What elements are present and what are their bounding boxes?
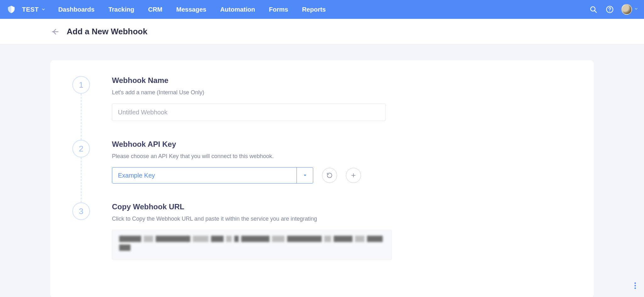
back-button[interactable] [50,27,60,36]
svg-point-3 [609,11,610,11]
page-header: Add a New Webhook [0,19,644,45]
step-badge-1: 1 [72,76,90,94]
svg-point-4 [635,283,636,284]
step-1: 1 Webhook Name Let's add a name (Interna… [72,76,572,140]
api-key-select-value: Example Key [112,168,297,183]
svg-line-1 [595,11,597,13]
svg-point-6 [635,288,636,289]
nav-forms[interactable]: Forms [269,6,288,13]
top-navbar: TEST Dashboards Tracking CRM Messages Au… [0,0,644,19]
content: 1 Webhook Name Let's add a name (Interna… [0,45,644,297]
svg-point-5 [635,285,636,287]
workspace-switcher[interactable]: TEST [22,6,46,13]
step-badge-2: 2 [72,140,90,157]
add-api-key-button[interactable] [346,168,361,183]
nav-automation[interactable]: Automation [220,6,255,13]
help-icon[interactable] [605,5,614,14]
api-key-select[interactable]: Example Key [112,167,313,184]
step-3: 3 Copy Webhook URL Click to Copy the Web… [72,202,572,279]
nav-crm[interactable]: CRM [148,6,163,13]
chevron-down-icon [634,7,638,12]
avatar [621,4,632,15]
chevron-down-icon [41,6,46,13]
page-title: Add a New Webhook [67,27,147,36]
step-1-desc: Let's add a name (Internal Use Only) [112,89,572,96]
step-2-title: Webhook API Key [112,140,572,149]
step-3-desc: Click to Copy the Webhook URL and paste … [112,216,572,222]
floating-menu-button[interactable] [631,281,640,290]
step-connector [81,157,81,206]
form-card: 1 Webhook Name Let's add a name (Interna… [50,60,594,297]
step-connector [81,94,81,143]
webhook-url-box[interactable] [112,230,392,260]
nav-right [589,4,638,15]
nav-dashboards[interactable]: Dashboards [58,6,95,13]
search-icon[interactable] [589,5,598,14]
step-2: 2 Webhook API Key Please choose an API K… [72,140,572,202]
nav-tracking[interactable]: Tracking [108,6,134,13]
step-2-desc: Please choose an API Key that you will c… [112,153,572,160]
account-menu[interactable] [621,4,638,15]
nav-messages[interactable]: Messages [176,6,207,13]
nav-reports[interactable]: Reports [302,6,326,13]
caret-down-icon [297,168,313,183]
nav-items: Dashboards Tracking CRM Messages Automat… [58,6,326,13]
workspace-name: TEST [22,6,39,13]
step-badge-3: 3 [72,202,90,220]
refresh-api-key-button[interactable] [322,168,337,183]
step-1-title: Webhook Name [112,76,572,85]
webhook-name-input[interactable] [112,103,386,121]
step-3-title: Copy Webhook URL [112,202,572,211]
app-logo[interactable] [6,4,17,15]
